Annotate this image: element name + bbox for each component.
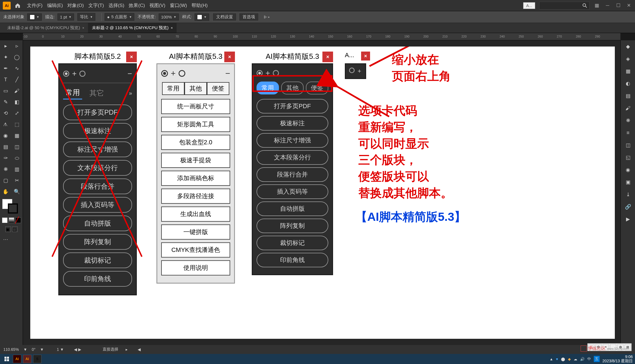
maximize-button[interactable]: ☐ [615,2,622,9]
graphic-styles-icon[interactable]: ▣ [621,176,635,188]
minus-icon[interactable]: − [225,69,230,78]
tray-icon[interactable]: ♥ [556,357,558,361]
taskbar-ai-icon[interactable]: Ai [13,355,21,363]
radio-icon[interactable] [349,68,355,73]
layers-icon[interactable]: ◈ [621,53,635,65]
tray-icon[interactable]: ◆ [568,357,571,361]
volume-icon[interactable]: 🔊 [580,357,585,361]
tab-common[interactable]: 常用 [162,82,184,95]
script-button[interactable]: 印前角线 [257,253,328,267]
doc-tab-2[interactable]: 未标题-2 @ 110.65 % (CMYK/CPU 预览)× [88,23,177,33]
curvature-icon[interactable]: ∿ [11,63,22,74]
tab-other[interactable]: 其他 [184,82,207,95]
script-button[interactable]: 裁切标记 [63,252,132,268]
align-icon[interactable]: ⊩⋆ [264,15,270,20]
lasso-icon[interactable]: ◯ [11,52,22,63]
close-icon[interactable]: × [171,26,173,30]
script-button[interactable]: 一键拼版 [161,224,230,240]
stroke-weight[interactable]: 1 pt▼ [57,13,74,20]
script-button[interactable]: 极速标注 [257,116,328,131]
fill-swatch[interactable]: ▼ [27,13,42,21]
line-icon[interactable]: ╱ [11,74,22,85]
home-icon[interactable] [14,2,21,9]
radio-icon[interactable] [63,71,69,77]
arrange-icon[interactable]: ▦ [594,2,600,9]
tray-icon[interactable]: ▲ [549,357,553,361]
close-icon[interactable]: × [82,26,84,30]
minus-icon[interactable]: − [128,69,132,78]
menu-effect[interactable]: 效果(C) [129,2,145,9]
shape-builder-icon[interactable]: ◉ [0,130,11,141]
stroke-panel-icon[interactable]: ≡ [621,127,635,139]
radio-icon[interactable] [161,70,168,77]
opacity-value[interactable]: 100%▼ [159,13,179,20]
close-button[interactable]: ✕ [625,2,632,9]
fill-stroke-control[interactable] [2,199,20,214]
eraser-icon[interactable]: ◧ [11,96,22,108]
eyedropper-icon[interactable]: ✑ [0,152,11,164]
free-transform-icon[interactable]: ⬚ [11,119,22,130]
menu-file[interactable]: 文件(F) [27,2,43,9]
style-swatch[interactable]: ▼ [195,13,209,21]
edit-toolbar-icon[interactable]: ⋯ [0,234,11,245]
prefs-button[interactable]: 首选项 [239,13,259,21]
minimize-button[interactable]: ─ [604,2,611,9]
tab-notes[interactable]: 便签 [207,82,229,95]
properties-icon[interactable]: ◆ [621,40,635,53]
close-button[interactable]: × [322,52,333,62]
script-button[interactable]: 阵列复制 [257,219,328,233]
color-icon[interactable]: ◐ [621,77,635,90]
script-button[interactable]: 包装盒型2.0 [161,135,230,150]
radio-icon[interactable] [179,70,185,77]
direct-select-icon[interactable]: ▹ [11,40,22,52]
rotation-angle[interactable]: 0° [32,347,35,352]
plus-icon[interactable]: + [357,68,361,75]
tray-icon[interactable]: ☁ [574,357,577,361]
search-input[interactable] [539,2,590,10]
play-icon[interactable]: ▶ [621,213,635,225]
menu-edit[interactable]: 编辑(E) [47,2,63,9]
close-button[interactable]: × [361,52,370,61]
screen-mode-icon[interactable]: ▣ [5,226,11,232]
script-button[interactable]: 使用说明 [161,260,230,275]
gradient-panel-icon[interactable]: ◫ [621,139,635,151]
width-icon[interactable]: ⩚ [0,119,11,130]
menu-help[interactable]: 帮助(H) [191,2,208,9]
script-button[interactable]: 标注尺寸增强 [63,142,132,157]
brush-icon[interactable]: 🖌 [11,85,22,96]
script-button[interactable]: 插入页码等 [63,197,132,213]
tab-other[interactable]: 其它 [87,87,106,99]
script-button[interactable]: 添加画稿色标 [161,171,230,186]
start-button[interactable] [2,354,11,363]
doc-setup-button[interactable]: 文档设置 [213,13,237,21]
script-button[interactable]: 裁切标记 [257,236,328,250]
script-button[interactable]: 文本段落分行 [63,160,132,176]
transparency-icon[interactable]: ◱ [621,151,635,164]
brushes-icon[interactable]: 🖌 [621,102,635,114]
script-button[interactable]: 段落行合并 [257,167,328,182]
menu-window[interactable]: 窗口(W) [170,2,187,9]
pen-icon[interactable]: ✒ [0,63,11,74]
script-button[interactable]: 统一画板尺寸 [161,99,230,114]
close-button[interactable]: × [224,52,235,62]
slice-icon[interactable]: ✂ [11,175,22,186]
ime-icon[interactable]: 五 [594,356,600,362]
plus-icon[interactable]: + [171,69,176,78]
hand-icon[interactable]: ✋ [0,186,11,197]
script-button[interactable]: 段落行合并 [63,178,132,194]
gradient-icon[interactable]: ◫ [11,141,22,152]
doc-tab-1[interactable]: 未标题-2.ai @ 50 % (CMYK/CPU 预览)× [3,23,88,33]
script-button[interactable]: 插入页码等 [257,184,328,199]
perspective-icon[interactable]: ▦ [11,130,22,141]
artboard-icon[interactable]: ▢ [0,175,11,186]
ime-icon[interactable]: 中 [587,356,591,361]
clock[interactable]: 9:06 2023/8/13 星期日 [602,355,633,363]
script-button[interactable]: CMYK查找潘通色 [161,242,230,258]
appearance-icon[interactable]: ◉ [621,164,635,176]
menu-object[interactable]: 对象(O) [67,2,84,9]
rotate-icon[interactable]: ⟲ [0,108,11,119]
uniform-select[interactable]: 等比▼ [77,13,95,21]
radio-icon[interactable] [79,71,86,77]
tab-common[interactable]: 常用 [63,87,82,99]
script-button[interactable]: 打开多页PDF [63,105,132,120]
